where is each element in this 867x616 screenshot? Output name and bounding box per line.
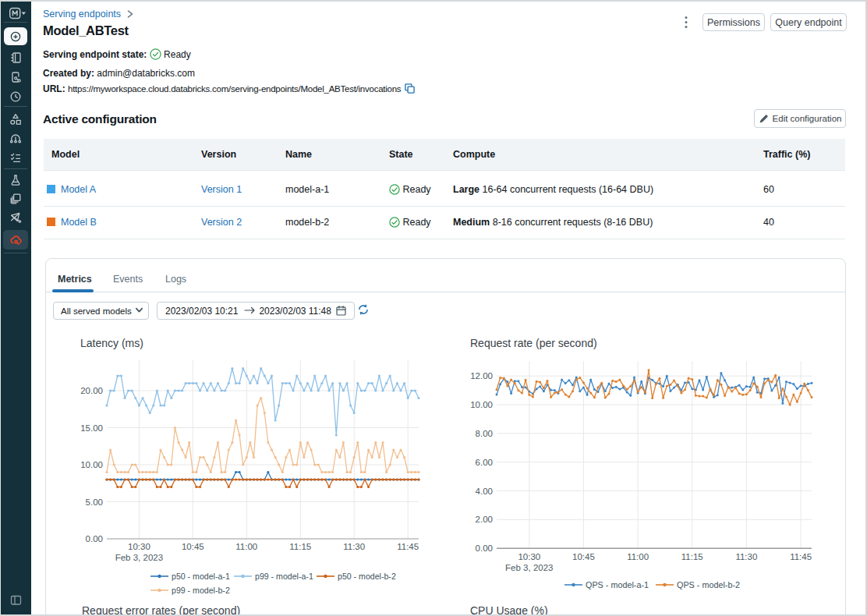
svg-text:20.00: 20.00 bbox=[80, 386, 103, 395]
svg-text:Feb 3, 2023: Feb 3, 2023 bbox=[505, 563, 553, 572]
svg-text:10:45: 10:45 bbox=[572, 552, 595, 561]
svg-text:11:00: 11:00 bbox=[627, 552, 649, 561]
svg-text:p50 - model-b-2: p50 - model-b-2 bbox=[338, 572, 396, 581]
svg-text:10.00: 10.00 bbox=[80, 460, 103, 469]
svg-text:11:15: 11:15 bbox=[681, 552, 703, 561]
svg-text:15.00: 15.00 bbox=[80, 423, 103, 433]
svg-text:2.00: 2.00 bbox=[476, 515, 493, 524]
svg-text:12.00: 12.00 bbox=[470, 371, 493, 381]
svg-text:QPS - model-a-1: QPS - model-a-1 bbox=[586, 580, 649, 589]
svg-text:Latency (ms): Latency (ms) bbox=[80, 337, 143, 349]
svg-text:Feb 3, 2023: Feb 3, 2023 bbox=[115, 553, 163, 562]
svg-text:11:30: 11:30 bbox=[343, 542, 365, 551]
svg-text:Request rate (per second): Request rate (per second) bbox=[470, 337, 597, 349]
svg-text:11:30: 11:30 bbox=[735, 552, 757, 561]
svg-text:0.00: 0.00 bbox=[86, 534, 103, 543]
svg-text:p99 - model-a-1: p99 - model-a-1 bbox=[255, 572, 313, 581]
svg-text:6.00: 6.00 bbox=[476, 458, 493, 467]
svg-text:10:30: 10:30 bbox=[518, 552, 540, 561]
svg-text:11:45: 11:45 bbox=[397, 542, 419, 551]
svg-text:4.00: 4.00 bbox=[476, 487, 493, 496]
svg-text:0.00: 0.00 bbox=[476, 543, 493, 553]
svg-text:QPS - model-b-2: QPS - model-b-2 bbox=[677, 580, 740, 589]
svg-text:5.00: 5.00 bbox=[86, 497, 103, 507]
svg-text:p99 - model-b-2: p99 - model-b-2 bbox=[172, 586, 230, 595]
svg-text:11:45: 11:45 bbox=[790, 552, 812, 561]
svg-text:10:45: 10:45 bbox=[182, 542, 204, 551]
svg-text:10:30: 10:30 bbox=[128, 542, 150, 551]
svg-text:10.00: 10.00 bbox=[470, 400, 493, 409]
svg-text:p50 - model-a-1: p50 - model-a-1 bbox=[172, 572, 230, 581]
svg-text:11:15: 11:15 bbox=[289, 542, 311, 551]
svg-text:8.00: 8.00 bbox=[476, 429, 493, 438]
svg-text:11:00: 11:00 bbox=[235, 542, 257, 551]
